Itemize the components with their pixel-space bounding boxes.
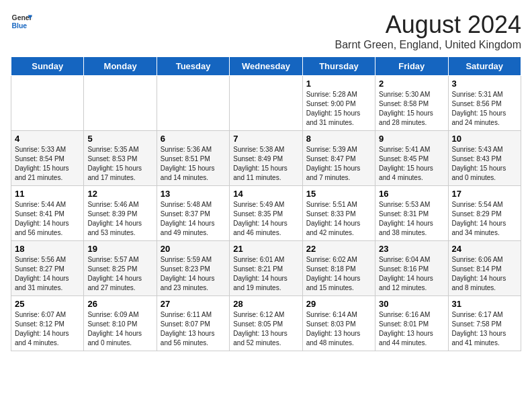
calendar-cell: 14Sunrise: 5:49 AM Sunset: 8:35 PM Dayli… [230,186,302,241]
day-info: Sunrise: 5:28 AM Sunset: 9:00 PM Dayligh… [306,90,371,128]
day-info: Sunrise: 5:49 AM Sunset: 8:35 PM Dayligh… [233,200,298,238]
day-info: Sunrise: 5:36 AM Sunset: 8:51 PM Dayligh… [161,145,226,183]
title-area: August 2024 Barnt Green, England, United… [335,11,522,51]
day-info: Sunrise: 6:14 AM Sunset: 8:03 PM Dayligh… [306,310,371,348]
calendar-table: SundayMondayTuesdayWednesdayThursdayFrid… [11,56,521,351]
day-info: Sunrise: 6:04 AM Sunset: 8:16 PM Dayligh… [379,255,444,293]
calendar-week-2: 4Sunrise: 5:33 AM Sunset: 8:54 PM Daylig… [11,131,521,186]
calendar-cell: 7Sunrise: 5:38 AM Sunset: 8:49 PM Daylig… [230,131,302,186]
day-info: Sunrise: 5:57 AM Sunset: 8:25 PM Dayligh… [87,255,152,293]
day-info: Sunrise: 5:44 AM Sunset: 8:41 PM Dayligh… [15,200,80,238]
calendar-cell: 3Sunrise: 5:31 AM Sunset: 8:56 PM Daylig… [448,76,521,131]
column-header-saturday: Saturday [448,57,521,76]
calendar-cell: 20Sunrise: 5:59 AM Sunset: 8:23 PM Dayli… [157,241,229,296]
calendar-cell [157,76,229,131]
calendar-cell: 9Sunrise: 5:41 AM Sunset: 8:45 PM Daylig… [375,131,448,186]
day-number: 8 [306,134,371,144]
day-number: 10 [452,134,517,144]
day-info: Sunrise: 5:51 AM Sunset: 8:33 PM Dayligh… [306,200,371,238]
day-number: 11 [15,189,80,199]
calendar-cell: 28Sunrise: 6:12 AM Sunset: 8:05 PM Dayli… [230,296,302,351]
day-number: 6 [161,134,226,144]
calendar-cell [230,76,302,131]
column-header-wednesday: Wednesday [230,57,302,76]
day-number: 7 [233,134,298,144]
day-info: Sunrise: 5:46 AM Sunset: 8:39 PM Dayligh… [87,200,152,238]
day-number: 1 [306,79,371,89]
location-title: Barnt Green, England, United Kingdom [335,39,522,51]
day-number: 4 [15,134,80,144]
column-header-thursday: Thursday [302,57,375,76]
day-info: Sunrise: 5:59 AM Sunset: 8:23 PM Dayligh… [161,255,226,293]
calendar-cell: 4Sunrise: 5:33 AM Sunset: 8:54 PM Daylig… [11,131,84,186]
column-header-friday: Friday [375,57,448,76]
day-number: 19 [87,244,152,254]
calendar-week-1: 1Sunrise: 5:28 AM Sunset: 9:00 PM Daylig… [11,76,521,131]
column-header-monday: Monday [84,57,157,76]
month-title: August 2024 [335,11,522,39]
day-info: Sunrise: 5:39 AM Sunset: 8:47 PM Dayligh… [306,145,371,183]
calendar-cell: 23Sunrise: 6:04 AM Sunset: 8:16 PM Dayli… [375,241,448,296]
calendar-cell: 8Sunrise: 5:39 AM Sunset: 8:47 PM Daylig… [302,131,375,186]
calendar-week-4: 18Sunrise: 5:56 AM Sunset: 8:27 PM Dayli… [11,241,521,296]
day-info: Sunrise: 5:33 AM Sunset: 8:54 PM Dayligh… [15,145,80,183]
day-info: Sunrise: 6:11 AM Sunset: 8:07 PM Dayligh… [161,310,226,348]
day-info: Sunrise: 5:35 AM Sunset: 8:53 PM Dayligh… [87,145,152,183]
day-number: 27 [161,299,226,309]
calendar-cell: 13Sunrise: 5:48 AM Sunset: 8:37 PM Dayli… [157,186,229,241]
day-number: 22 [306,244,371,254]
day-number: 16 [379,189,444,199]
logo: General Blue [11,11,32,32]
calendar-cell: 19Sunrise: 5:57 AM Sunset: 8:25 PM Dayli… [84,241,157,296]
day-info: Sunrise: 5:41 AM Sunset: 8:45 PM Dayligh… [379,145,444,183]
day-info: Sunrise: 6:12 AM Sunset: 8:05 PM Dayligh… [233,310,298,348]
day-number: 25 [15,299,80,309]
column-header-tuesday: Tuesday [157,57,229,76]
day-number: 5 [87,134,152,144]
day-info: Sunrise: 6:09 AM Sunset: 8:10 PM Dayligh… [87,310,152,348]
day-info: Sunrise: 5:43 AM Sunset: 8:43 PM Dayligh… [452,145,517,183]
day-number: 30 [379,299,444,309]
column-header-sunday: Sunday [11,57,84,76]
header: General Blue August 2024 Barnt Green, En… [11,11,521,51]
calendar-cell: 25Sunrise: 6:07 AM Sunset: 8:12 PM Dayli… [11,296,84,351]
day-info: Sunrise: 5:48 AM Sunset: 8:37 PM Dayligh… [161,200,226,238]
day-info: Sunrise: 6:16 AM Sunset: 8:01 PM Dayligh… [379,310,444,348]
calendar-week-5: 25Sunrise: 6:07 AM Sunset: 8:12 PM Dayli… [11,296,521,351]
day-info: Sunrise: 6:02 AM Sunset: 8:18 PM Dayligh… [306,255,371,293]
day-number: 26 [87,299,152,309]
day-number: 23 [379,244,444,254]
calendar-cell: 6Sunrise: 5:36 AM Sunset: 8:51 PM Daylig… [157,131,229,186]
calendar-cell: 17Sunrise: 5:54 AM Sunset: 8:29 PM Dayli… [448,186,521,241]
day-number: 28 [233,299,298,309]
day-info: Sunrise: 5:31 AM Sunset: 8:56 PM Dayligh… [452,90,517,128]
calendar-cell: 1Sunrise: 5:28 AM Sunset: 9:00 PM Daylig… [302,76,375,131]
day-info: Sunrise: 5:30 AM Sunset: 8:58 PM Dayligh… [379,90,444,128]
logo-icon: General Blue [11,11,32,32]
day-number: 31 [452,299,517,309]
calendar-cell: 16Sunrise: 5:53 AM Sunset: 8:31 PM Dayli… [375,186,448,241]
calendar-cell: 22Sunrise: 6:02 AM Sunset: 8:18 PM Dayli… [302,241,375,296]
day-number: 29 [306,299,371,309]
calendar-cell: 12Sunrise: 5:46 AM Sunset: 8:39 PM Dayli… [84,186,157,241]
day-info: Sunrise: 6:07 AM Sunset: 8:12 PM Dayligh… [15,310,80,348]
calendar-cell: 5Sunrise: 5:35 AM Sunset: 8:53 PM Daylig… [84,131,157,186]
day-number: 2 [379,79,444,89]
calendar-header-row: SundayMondayTuesdayWednesdayThursdayFrid… [11,57,521,76]
calendar-cell [84,76,157,131]
day-info: Sunrise: 5:54 AM Sunset: 8:29 PM Dayligh… [452,200,517,238]
calendar-cell [11,76,84,131]
day-number: 14 [233,189,298,199]
day-number: 15 [306,189,371,199]
day-info: Sunrise: 6:06 AM Sunset: 8:14 PM Dayligh… [452,255,517,293]
day-number: 9 [379,134,444,144]
calendar-cell: 29Sunrise: 6:14 AM Sunset: 8:03 PM Dayli… [302,296,375,351]
day-number: 17 [452,189,517,199]
day-number: 21 [233,244,298,254]
day-number: 12 [87,189,152,199]
calendar-cell: 10Sunrise: 5:43 AM Sunset: 8:43 PM Dayli… [448,131,521,186]
calendar-week-3: 11Sunrise: 5:44 AM Sunset: 8:41 PM Dayli… [11,186,521,241]
day-number: 3 [452,79,517,89]
svg-text:Blue: Blue [12,22,28,30]
day-info: Sunrise: 6:17 AM Sunset: 7:58 PM Dayligh… [452,310,517,348]
